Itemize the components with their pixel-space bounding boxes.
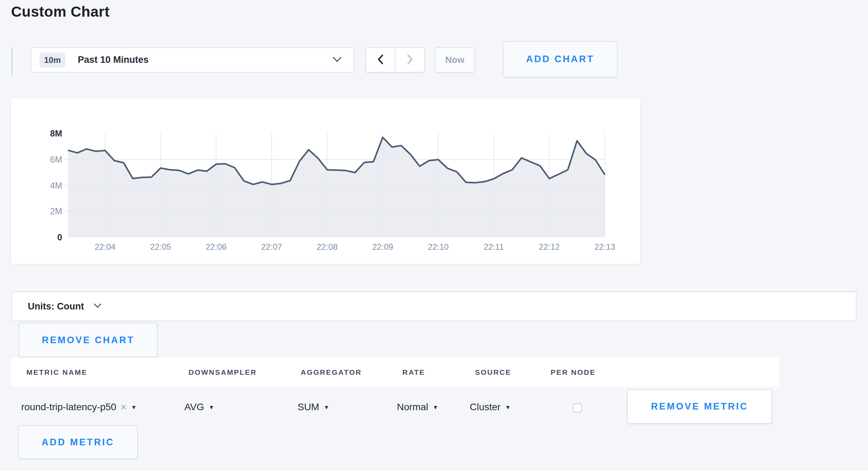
metrics-table-header: METRIC NAME DOWNSAMPLER AGGREGATOR RATE … <box>10 358 779 387</box>
page-title: Custom Chart <box>11 3 110 20</box>
time-window-label: Past 10 Minutes <box>78 55 149 65</box>
aggregator-select[interactable]: SUM ▾ <box>298 399 328 415</box>
chevron-down-icon <box>94 303 101 309</box>
svg-text:22:11: 22:11 <box>484 242 504 251</box>
downsampler-value: AVG <box>184 402 204 413</box>
per-node-checkbox[interactable] <box>573 403 582 413</box>
svg-text:22:08: 22:08 <box>317 242 337 251</box>
custom-chart-page: Custom Chart 10m Past 10 Minutes Now ADD… <box>0 0 868 471</box>
units-select-label: Units: Count <box>28 301 84 312</box>
prev-timeframe-button[interactable] <box>366 48 395 72</box>
svg-text:0: 0 <box>57 232 62 242</box>
time-series-chart: 02M4M6M8M22:0422:0522:0622:0722:0822:092… <box>11 98 641 265</box>
now-button[interactable]: Now <box>435 47 475 73</box>
time-window-badge: 10m <box>40 52 65 68</box>
svg-text:22:10: 22:10 <box>428 242 449 251</box>
caret-down-icon: ▾ <box>434 403 437 411</box>
svg-text:22:06: 22:06 <box>206 242 226 251</box>
svg-text:22:13: 22:13 <box>594 242 615 251</box>
add-metric-button[interactable]: ADD METRIC <box>18 425 138 459</box>
toolbar-accent-rule <box>11 47 12 76</box>
chevron-left-icon <box>377 54 384 66</box>
column-header-metric-name: METRIC NAME <box>26 358 87 387</box>
caret-down-icon: ▾ <box>210 403 213 411</box>
svg-text:6M: 6M <box>50 155 62 164</box>
aggregator-value: SUM <box>298 402 319 413</box>
svg-text:22:12: 22:12 <box>539 242 560 251</box>
chevron-down-icon <box>333 57 342 64</box>
column-header-rate: RATE <box>402 358 425 387</box>
svg-text:22:09: 22:09 <box>372 242 393 251</box>
source-value: Cluster <box>470 402 501 413</box>
time-window-select[interactable]: 10m Past 10 Minutes <box>31 47 354 73</box>
caret-down-icon: ▾ <box>132 403 135 411</box>
source-select[interactable]: Cluster ▾ <box>470 399 510 415</box>
chevron-right-icon <box>406 54 414 66</box>
next-timeframe-button[interactable] <box>395 48 424 72</box>
remove-chart-button[interactable]: REMOVE CHART <box>19 323 158 357</box>
column-header-source: SOURCE <box>475 358 511 387</box>
svg-text:8M: 8M <box>50 129 62 138</box>
metric-name-value: round-trip-latency-p50 <box>21 402 116 413</box>
column-header-aggregator: AGGREGATOR <box>301 358 362 387</box>
svg-text:2M: 2M <box>50 206 62 216</box>
svg-text:22:05: 22:05 <box>150 242 171 251</box>
column-header-downsampler: DOWNSAMPLER <box>189 358 257 387</box>
downsampler-select[interactable]: AVG ▾ <box>184 399 213 415</box>
svg-text:22:04: 22:04 <box>95 242 116 251</box>
svg-text:4M: 4M <box>50 181 62 190</box>
add-chart-button[interactable]: ADD CHART <box>503 41 618 77</box>
caret-down-icon: ▾ <box>325 403 328 411</box>
column-header-per-node: PER NODE <box>551 358 596 387</box>
metric-name-select[interactable]: round-trip-latency-p50 × ▾ <box>21 399 136 415</box>
units-select[interactable]: Units: Count <box>11 291 857 321</box>
svg-text:22:07: 22:07 <box>261 242 282 251</box>
clear-metric-icon[interactable]: × <box>120 401 127 413</box>
rate-select[interactable]: Normal ▾ <box>397 399 437 415</box>
remove-metric-button[interactable]: REMOVE METRIC <box>627 389 772 424</box>
caret-down-icon: ▾ <box>506 403 510 411</box>
time-nav-group <box>365 47 425 73</box>
metric-chart-card: 02M4M6M8M22:0422:0522:0622:0722:0822:092… <box>10 98 641 264</box>
rate-value: Normal <box>397 402 428 413</box>
